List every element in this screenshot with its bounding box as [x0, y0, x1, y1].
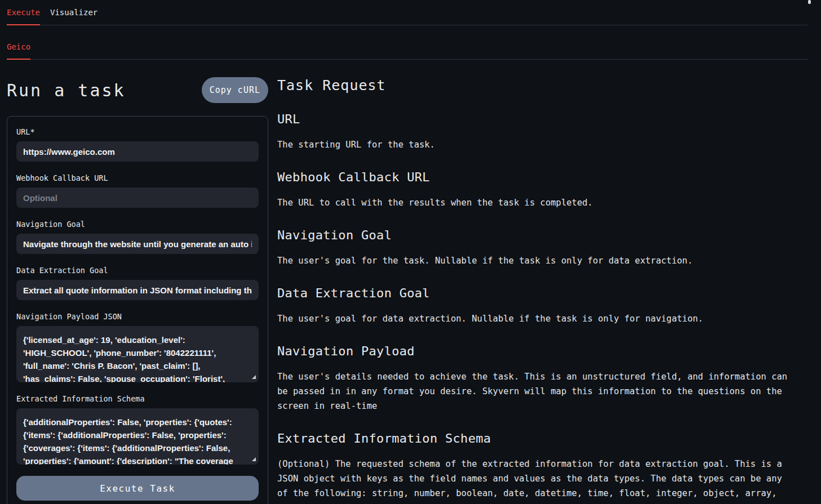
- secondary-tab-bar: Geico: [7, 25, 807, 60]
- extracted-schema-label: Extracted Information Schema: [16, 395, 259, 403]
- primary-tab-bar: Execute Visualizer: [7, 0, 807, 25]
- navigation-payload-wrap: {'licensed_at_age': 19, 'education_level…: [16, 326, 259, 382]
- tab-visualizer[interactable]: Visualizer: [50, 8, 97, 25]
- resize-handle-icon[interactable]: [252, 375, 256, 379]
- doc-body: The user's goal for the task. Nullable i…: [277, 253, 796, 268]
- tab-execute[interactable]: Execute: [7, 8, 40, 25]
- webhook-url-label: Webhook Callback URL: [16, 174, 259, 182]
- doc-body: The user's details needed to achieve the…: [277, 369, 796, 413]
- tab-geico[interactable]: Geico: [7, 42, 30, 60]
- doc-heading: Webhook Callback URL: [277, 169, 807, 186]
- data-extraction-goal-input[interactable]: [16, 280, 259, 300]
- task-request-docs: Task Request URL The starting URL for th…: [277, 60, 807, 504]
- doc-heading: Extracted Information Schema: [277, 430, 807, 447]
- webhook-url-input[interactable]: [16, 188, 259, 208]
- resize-handle-icon[interactable]: [252, 457, 256, 461]
- extracted-schema-wrap: {'additionalProperties': False, 'propert…: [16, 408, 259, 465]
- doc-body: The URL to call with the results when th…: [277, 195, 796, 210]
- url-input[interactable]: [16, 141, 259, 162]
- doc-section-extracted-schema: Extracted Information Schema (Optional) …: [277, 430, 807, 504]
- doc-heading: Navigation Goal: [277, 227, 807, 244]
- doc-body: (Optional) The requested schema of the e…: [277, 457, 796, 504]
- extracted-schema-textarea[interactable]: {'additionalProperties': False, 'propert…: [16, 408, 259, 465]
- url-label: URL*: [16, 128, 259, 136]
- doc-section-navigation-goal: Navigation Goal The user's goal for the …: [277, 227, 807, 268]
- doc-heading: URL: [277, 111, 807, 128]
- run-task-header: Run a task Copy cURL: [7, 70, 268, 110]
- navigation-goal-label: Navigation Goal: [16, 220, 259, 229]
- run-task-panel: Run a task Copy cURL URL* Webhook Callba…: [7, 60, 268, 504]
- page-title: Run a task: [7, 81, 126, 100]
- doc-body: The user's goal for data extraction. Nul…: [277, 311, 796, 326]
- doc-heading: Navigation Payload: [277, 343, 807, 360]
- copy-curl-button[interactable]: Copy cURL: [202, 77, 268, 103]
- doc-section-webhook: Webhook Callback URL The URL to call wit…: [277, 169, 807, 210]
- navigation-payload-textarea[interactable]: {'licensed_at_age': 19, 'education_level…: [16, 326, 259, 382]
- doc-section-url: URL The starting URL for the task.: [277, 111, 807, 152]
- main-content: Run a task Copy cURL URL* Webhook Callba…: [0, 60, 821, 504]
- navigation-goal-input[interactable]: [16, 234, 259, 254]
- scrollbar-thumb[interactable]: [808, 0, 811, 4]
- data-extraction-goal-label: Data Extraction Goal: [16, 266, 259, 275]
- navigation-payload-label: Navigation Payload JSON: [16, 313, 259, 321]
- execute-task-button[interactable]: Execute Task: [16, 476, 259, 501]
- docs-title: Task Request: [277, 77, 807, 94]
- task-form-card: URL* Webhook Callback URL Navigation Goa…: [7, 116, 268, 504]
- doc-section-data-extraction-goal: Data Extraction Goal The user's goal for…: [277, 285, 807, 326]
- doc-body: The starting URL for the task.: [277, 137, 796, 152]
- doc-section-navigation-payload: Navigation Payload The user's details ne…: [277, 343, 807, 413]
- doc-heading: Data Extraction Goal: [277, 285, 807, 302]
